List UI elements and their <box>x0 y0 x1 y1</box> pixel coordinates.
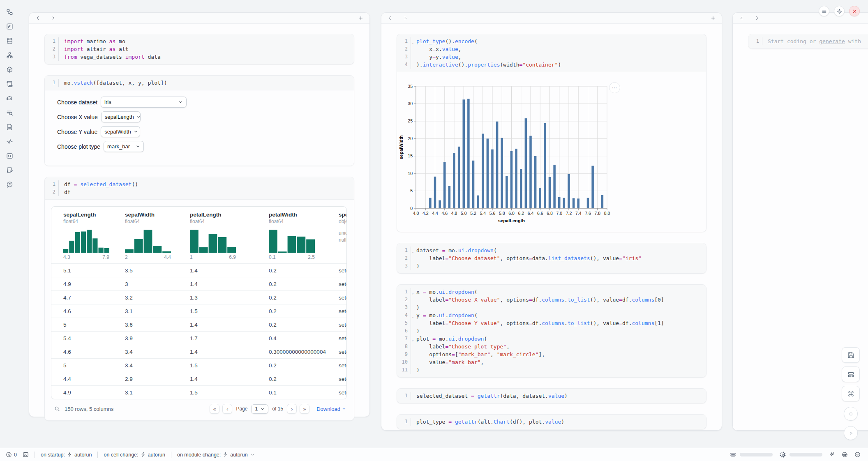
table-row[interactable]: 4.93.11.50.1setosa <box>51 385 346 399</box>
sidebar-item-activity[interactable] <box>5 137 14 146</box>
add-cell-button[interactable] <box>357 14 365 22</box>
table-row[interactable]: 53.41.50.2setosa <box>51 358 346 372</box>
column-right-chevron-icon[interactable] <box>402 14 409 22</box>
cell-editor[interactable]: 1selected_dataset = getattr(data, datase… <box>397 389 706 403</box>
code-text: ) <box>411 262 420 270</box>
next-page-button[interactable]: › <box>287 404 297 414</box>
fold-chevron-icon[interactable]: ⌄ <box>411 39 414 46</box>
table-row[interactable]: 4.73.21.30.2setosa <box>51 290 346 304</box>
fold-chevron-icon[interactable]: ⌄ <box>411 336 414 344</box>
cell-editor[interactable]: 1df = selected_dataset()2df <box>45 177 354 200</box>
settings-button[interactable] <box>834 6 845 16</box>
code-line: 11) <box>397 366 706 374</box>
generate-with-ai-link[interactable]: generate <box>819 38 845 44</box>
sidebar-item-notebook-pen[interactable] <box>5 166 14 175</box>
table-row[interactable]: 5.43.91.70.4setosa <box>51 331 346 345</box>
svg-text:5: 5 <box>410 188 413 193</box>
table-row[interactable]: 4.63.11.50.2setosa <box>51 304 346 318</box>
column-3-cells: 1Start coding or generate with <box>733 24 868 69</box>
column-max: 6.9 <box>229 254 236 260</box>
errors-button[interactable]: 0 <box>6 452 17 458</box>
dropdown-choose-x-value[interactable]: sepalLength <box>101 111 141 122</box>
runtime-config-0[interactable]: on startup:autorun <box>41 452 92 458</box>
column-right-chevron-icon[interactable] <box>50 14 57 22</box>
cell-editor[interactable]: 1mo.vstack([dataset, x, y, plot]) <box>45 76 354 90</box>
sidebar-item-text-search[interactable] <box>5 108 14 117</box>
cell-editor[interactable]: 1plot_type = getattr(alt.Chart(df), plot… <box>397 415 706 429</box>
fold-chevron-icon[interactable]: ⌄ <box>411 248 414 256</box>
cell-editor[interactable]: 1Start coding or generate with <box>748 34 868 48</box>
code-line: 1selected_dataset = getattr(data, datase… <box>397 392 706 400</box>
stop-button[interactable] <box>844 407 858 421</box>
code-line: 1df = selected_dataset() <box>45 180 354 188</box>
table-row[interactable]: 4.63.41.40.30000000000000004setosa <box>51 345 346 358</box>
code-line: 2import altair as alt <box>45 45 354 53</box>
table-column-header: sepalLengthfloat644.37.9 <box>63 212 125 260</box>
table-row[interactable]: 53.61.40.2setosa <box>51 318 346 331</box>
cell-editor[interactable]: 1⌄x = mo.ui.dropdown(2 label="Choose X v… <box>397 285 706 377</box>
previous-page-button[interactable]: ‹ <box>222 404 232 414</box>
dropdown-choose-plot-type[interactable]: mark_bar <box>104 141 144 152</box>
plot-cell: 1⌄plot_type().encode(2 x=x.value,3 y=y.v… <box>397 34 706 232</box>
column-left-chevron-icon[interactable] <box>34 14 42 22</box>
connection-status-button[interactable] <box>854 452 861 458</box>
run-button[interactable] <box>844 426 858 440</box>
column-2-cells: 1⌄plot_type().encode(2 x=x.value,3 y=y.v… <box>381 24 722 450</box>
runtime-config-1[interactable]: on cell change:autorun <box>104 452 165 458</box>
download-button[interactable]: Download <box>316 406 346 412</box>
table-header-row: sepalLengthfloat644.37.9sepalWidthfloat6… <box>51 207 346 263</box>
line-number: 4⌄ <box>397 311 411 319</box>
save-button[interactable] <box>842 347 860 363</box>
chart-actions-button[interactable]: ⋯ <box>609 82 620 93</box>
sidebar-item-chat-bot[interactable] <box>5 94 14 103</box>
menu-button[interactable] <box>819 6 829 16</box>
first-page-button[interactable]: « <box>210 404 219 414</box>
svg-text:6.6: 6.6 <box>537 211 543 216</box>
column-left-chevron-icon[interactable] <box>386 14 394 22</box>
command-palette-button[interactable] <box>842 386 860 401</box>
code-line: 3) <box>397 304 706 311</box>
table-cell: 3.4 <box>125 349 190 355</box>
circle-x-icon <box>6 452 12 458</box>
sidebar-item-function-square[interactable] <box>5 22 14 31</box>
chevron-down-icon <box>136 115 141 119</box>
table-cell: 2.9 <box>125 376 190 382</box>
cell-editor[interactable]: 1⌄dataset = mo.ui.dropdown(2 label="Choo… <box>397 243 706 273</box>
sidebar-item-package[interactable] <box>5 65 14 74</box>
close-button[interactable] <box>849 6 860 16</box>
table-cell: setosa <box>339 376 346 382</box>
code-line: 1Start coding or generate with <box>748 37 868 45</box>
copilot-button[interactable] <box>842 452 848 458</box>
fold-chevron-icon[interactable]: ⌄ <box>411 289 414 297</box>
line-number: 2 <box>45 45 59 53</box>
column-left-chevron-icon[interactable] <box>738 14 745 22</box>
sidebar-item-file-tree[interactable] <box>5 7 14 16</box>
add-cell-button[interactable] <box>709 14 717 22</box>
runtime-config-2[interactable]: on module change:autorun <box>177 452 255 458</box>
sidebar-item-help-circle[interactable] <box>5 180 14 189</box>
table-cell: 3.2 <box>125 295 190 301</box>
sparkles-icon <box>829 452 835 458</box>
cell-editor[interactable]: 1import marimo as mo2import altair as al… <box>45 34 354 64</box>
page-select[interactable]: 1 <box>251 404 268 414</box>
sidebar-item-scroll-text[interactable] <box>5 79 14 88</box>
ai-button[interactable] <box>829 452 835 458</box>
sidebar-item-code-snippet[interactable] <box>5 151 14 160</box>
table-row[interactable]: 5.13.51.40.2setosa <box>51 263 346 277</box>
dropdown-choose-dataset[interactable]: iris <box>101 97 187 108</box>
table-row[interactable]: 4.42.91.40.2setosa <box>51 372 346 385</box>
dropdown-choose-y-value[interactable]: sepalWidth <box>101 126 140 137</box>
sidebar-item-dependency-graph[interactable] <box>5 51 14 60</box>
cell-editor[interactable]: 1⌄plot_type().encode(2 x=x.value,3 y=y.v… <box>397 34 706 72</box>
table-row[interactable]: 4.931.40.2setosa <box>51 277 346 290</box>
sidebar-item-database[interactable] <box>5 36 14 45</box>
terminal-button[interactable] <box>23 452 29 458</box>
column-right-chevron-icon[interactable] <box>753 14 761 22</box>
last-page-button[interactable]: » <box>300 404 309 414</box>
code-text: y=y.value, <box>411 53 462 61</box>
fold-chevron-icon[interactable]: ⌄ <box>411 313 414 320</box>
sidebar-item-document[interactable] <box>5 122 14 131</box>
table-cell: 1.7 <box>190 335 269 341</box>
search-icon[interactable] <box>54 406 60 412</box>
layout-button[interactable] <box>842 366 860 382</box>
